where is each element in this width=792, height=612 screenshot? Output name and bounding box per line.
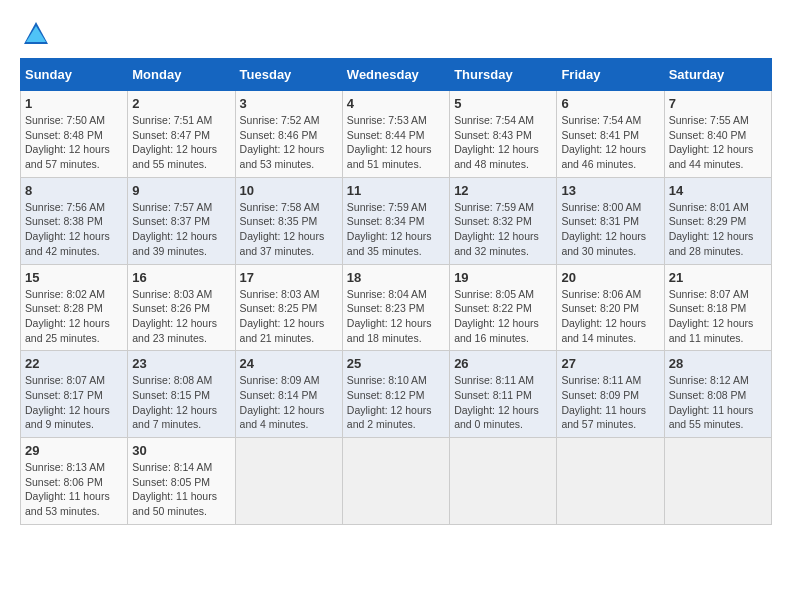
col-sunday: Sunday — [21, 59, 128, 91]
col-saturday: Saturday — [664, 59, 771, 91]
table-row: 29 Sunrise: 8:13 AMSunset: 8:06 PMDaylig… — [21, 438, 128, 525]
day-info: Sunrise: 7:57 AMSunset: 8:37 PMDaylight:… — [132, 201, 217, 257]
day-info: Sunrise: 8:05 AMSunset: 8:22 PMDaylight:… — [454, 288, 539, 344]
day-number: 27 — [561, 356, 659, 371]
table-row: 6 Sunrise: 7:54 AMSunset: 8:41 PMDayligh… — [557, 91, 664, 178]
table-row: 9 Sunrise: 7:57 AMSunset: 8:37 PMDayligh… — [128, 177, 235, 264]
day-info: Sunrise: 7:56 AMSunset: 8:38 PMDaylight:… — [25, 201, 110, 257]
day-number: 1 — [25, 96, 123, 111]
table-row: 25 Sunrise: 8:10 AMSunset: 8:12 PMDaylig… — [342, 351, 449, 438]
day-info: Sunrise: 7:54 AMSunset: 8:43 PMDaylight:… — [454, 114, 539, 170]
day-info: Sunrise: 8:10 AMSunset: 8:12 PMDaylight:… — [347, 374, 432, 430]
table-row: 26 Sunrise: 8:11 AMSunset: 8:11 PMDaylig… — [450, 351, 557, 438]
day-number: 26 — [454, 356, 552, 371]
day-info: Sunrise: 8:01 AMSunset: 8:29 PMDaylight:… — [669, 201, 754, 257]
table-row: 10 Sunrise: 7:58 AMSunset: 8:35 PMDaylig… — [235, 177, 342, 264]
day-number: 9 — [132, 183, 230, 198]
day-info: Sunrise: 7:53 AMSunset: 8:44 PMDaylight:… — [347, 114, 432, 170]
col-friday: Friday — [557, 59, 664, 91]
day-number: 20 — [561, 270, 659, 285]
day-number: 14 — [669, 183, 767, 198]
day-info: Sunrise: 8:12 AMSunset: 8:08 PMDaylight:… — [669, 374, 754, 430]
logo — [20, 20, 48, 48]
day-info: Sunrise: 7:52 AMSunset: 8:46 PMDaylight:… — [240, 114, 325, 170]
table-row: 13 Sunrise: 8:00 AMSunset: 8:31 PMDaylig… — [557, 177, 664, 264]
day-number: 30 — [132, 443, 230, 458]
day-number: 22 — [25, 356, 123, 371]
table-row: 18 Sunrise: 8:04 AMSunset: 8:23 PMDaylig… — [342, 264, 449, 351]
day-number: 29 — [25, 443, 123, 458]
table-row — [664, 438, 771, 525]
day-number: 4 — [347, 96, 445, 111]
day-number: 24 — [240, 356, 338, 371]
table-row — [450, 438, 557, 525]
table-row: 17 Sunrise: 8:03 AMSunset: 8:25 PMDaylig… — [235, 264, 342, 351]
table-row: 5 Sunrise: 7:54 AMSunset: 8:43 PMDayligh… — [450, 91, 557, 178]
table-row — [342, 438, 449, 525]
day-number: 10 — [240, 183, 338, 198]
day-number: 7 — [669, 96, 767, 111]
table-row: 12 Sunrise: 7:59 AMSunset: 8:32 PMDaylig… — [450, 177, 557, 264]
table-row: 8 Sunrise: 7:56 AMSunset: 8:38 PMDayligh… — [21, 177, 128, 264]
table-row: 1 Sunrise: 7:50 AMSunset: 8:48 PMDayligh… — [21, 91, 128, 178]
table-row: 7 Sunrise: 7:55 AMSunset: 8:40 PMDayligh… — [664, 91, 771, 178]
day-info: Sunrise: 8:03 AMSunset: 8:26 PMDaylight:… — [132, 288, 217, 344]
table-row: 30 Sunrise: 8:14 AMSunset: 8:05 PMDaylig… — [128, 438, 235, 525]
day-info: Sunrise: 7:55 AMSunset: 8:40 PMDaylight:… — [669, 114, 754, 170]
day-number: 15 — [25, 270, 123, 285]
day-info: Sunrise: 8:14 AMSunset: 8:05 PMDaylight:… — [132, 461, 217, 517]
day-info: Sunrise: 8:09 AMSunset: 8:14 PMDaylight:… — [240, 374, 325, 430]
day-info: Sunrise: 8:07 AMSunset: 8:17 PMDaylight:… — [25, 374, 110, 430]
table-row: 22 Sunrise: 8:07 AMSunset: 8:17 PMDaylig… — [21, 351, 128, 438]
day-number: 23 — [132, 356, 230, 371]
day-info: Sunrise: 8:04 AMSunset: 8:23 PMDaylight:… — [347, 288, 432, 344]
table-row: 2 Sunrise: 7:51 AMSunset: 8:47 PMDayligh… — [128, 91, 235, 178]
day-number: 21 — [669, 270, 767, 285]
day-number: 28 — [669, 356, 767, 371]
day-info: Sunrise: 8:00 AMSunset: 8:31 PMDaylight:… — [561, 201, 646, 257]
day-info: Sunrise: 7:58 AMSunset: 8:35 PMDaylight:… — [240, 201, 325, 257]
day-info: Sunrise: 8:03 AMSunset: 8:25 PMDaylight:… — [240, 288, 325, 344]
day-info: Sunrise: 7:50 AMSunset: 8:48 PMDaylight:… — [25, 114, 110, 170]
table-row: 15 Sunrise: 8:02 AMSunset: 8:28 PMDaylig… — [21, 264, 128, 351]
day-info: Sunrise: 8:06 AMSunset: 8:20 PMDaylight:… — [561, 288, 646, 344]
day-number: 8 — [25, 183, 123, 198]
calendar-table: Sunday Monday Tuesday Wednesday Thursday… — [20, 58, 772, 525]
col-thursday: Thursday — [450, 59, 557, 91]
table-row — [235, 438, 342, 525]
logo-icon — [22, 20, 50, 48]
calendar-body: 1 Sunrise: 7:50 AMSunset: 8:48 PMDayligh… — [21, 91, 772, 525]
day-info: Sunrise: 8:11 AMSunset: 8:11 PMDaylight:… — [454, 374, 539, 430]
day-number: 13 — [561, 183, 659, 198]
page-header — [20, 20, 772, 48]
table-row: 4 Sunrise: 7:53 AMSunset: 8:44 PMDayligh… — [342, 91, 449, 178]
day-info: Sunrise: 7:54 AMSunset: 8:41 PMDaylight:… — [561, 114, 646, 170]
col-tuesday: Tuesday — [235, 59, 342, 91]
table-row: 24 Sunrise: 8:09 AMSunset: 8:14 PMDaylig… — [235, 351, 342, 438]
day-info: Sunrise: 7:59 AMSunset: 8:32 PMDaylight:… — [454, 201, 539, 257]
table-row: 20 Sunrise: 8:06 AMSunset: 8:20 PMDaylig… — [557, 264, 664, 351]
day-number: 5 — [454, 96, 552, 111]
day-info: Sunrise: 8:02 AMSunset: 8:28 PMDaylight:… — [25, 288, 110, 344]
day-info: Sunrise: 8:11 AMSunset: 8:09 PMDaylight:… — [561, 374, 646, 430]
day-info: Sunrise: 7:51 AMSunset: 8:47 PMDaylight:… — [132, 114, 217, 170]
col-monday: Monday — [128, 59, 235, 91]
col-wednesday: Wednesday — [342, 59, 449, 91]
table-row: 21 Sunrise: 8:07 AMSunset: 8:18 PMDaylig… — [664, 264, 771, 351]
day-info: Sunrise: 8:08 AMSunset: 8:15 PMDaylight:… — [132, 374, 217, 430]
day-number: 3 — [240, 96, 338, 111]
table-row: 27 Sunrise: 8:11 AMSunset: 8:09 PMDaylig… — [557, 351, 664, 438]
table-row: 14 Sunrise: 8:01 AMSunset: 8:29 PMDaylig… — [664, 177, 771, 264]
day-number: 12 — [454, 183, 552, 198]
day-number: 19 — [454, 270, 552, 285]
svg-marker-1 — [26, 26, 46, 42]
day-info: Sunrise: 8:07 AMSunset: 8:18 PMDaylight:… — [669, 288, 754, 344]
day-number: 25 — [347, 356, 445, 371]
day-number: 17 — [240, 270, 338, 285]
table-row: 11 Sunrise: 7:59 AMSunset: 8:34 PMDaylig… — [342, 177, 449, 264]
day-number: 2 — [132, 96, 230, 111]
table-row: 23 Sunrise: 8:08 AMSunset: 8:15 PMDaylig… — [128, 351, 235, 438]
day-info: Sunrise: 8:13 AMSunset: 8:06 PMDaylight:… — [25, 461, 110, 517]
day-number: 6 — [561, 96, 659, 111]
calendar-header-row: Sunday Monday Tuesday Wednesday Thursday… — [21, 59, 772, 91]
